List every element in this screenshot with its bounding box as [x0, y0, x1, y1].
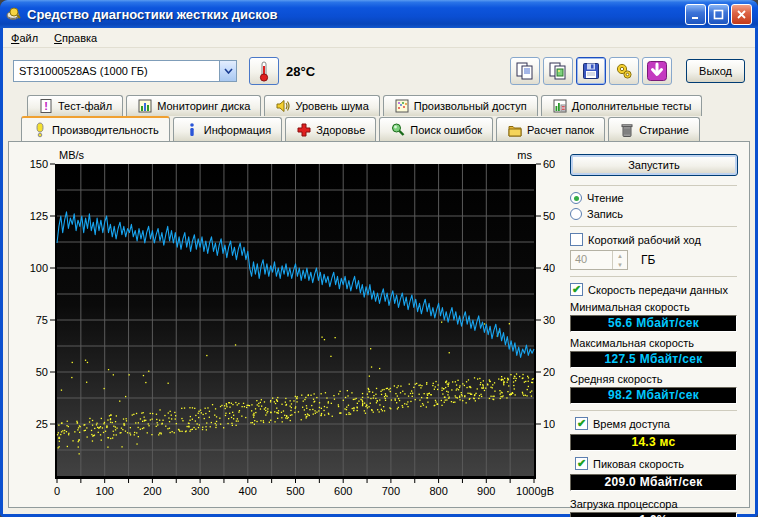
menu-help[interactable]: Справка: [54, 32, 97, 44]
transfer-speed-option[interactable]: ✔ Скорость передачи данных: [570, 283, 737, 296]
write-radio[interactable]: [570, 208, 582, 220]
read-radio[interactable]: [570, 192, 582, 204]
tab-label: Тест-файл: [58, 100, 112, 112]
tab-health[interactable]: Здоровье: [285, 117, 376, 141]
save-report-button[interactable]: [576, 57, 606, 85]
tab-label: Стирание: [639, 124, 689, 136]
controls-panel: Запустить Чтение Запись ✔ Короткий рабоч…: [561, 146, 744, 503]
svg-text:0: 0: [54, 485, 60, 497]
access-time-value: 14.3 мс: [570, 434, 737, 451]
spinner-down-icon[interactable]: ▼: [613, 260, 627, 269]
run-button[interactable]: Запустить: [570, 154, 738, 176]
tab-test-file[interactable]: ! Тест-файл: [27, 95, 123, 116]
svg-text:150: 150: [30, 158, 48, 170]
tabs-zone: ! Тест-файл Мониторинг диска: [3, 94, 755, 141]
window-title: Средство диагностики жестких дисков: [27, 7, 683, 22]
transfer-speed-label: Скорость передачи данных: [588, 284, 728, 296]
tab-random-access[interactable]: Произвольный доступ: [383, 95, 538, 116]
svg-text:800: 800: [429, 485, 447, 497]
tab-row-front: Производительность Информация Здоровье: [3, 116, 755, 141]
copy-report-icon: [515, 61, 535, 81]
spinner-up-icon[interactable]: ▲: [613, 251, 627, 260]
health-icon: [296, 122, 312, 138]
read-radio-label: Чтение: [587, 192, 624, 204]
tab-error-scan[interactable]: Поиск ошибок: [379, 117, 493, 141]
drive-select-dropdown-button[interactable]: [219, 61, 236, 81]
close-button[interactable]: [731, 4, 752, 25]
menu-file[interactable]: Файл: [11, 32, 38, 44]
min-speed-label: Минимальная скорость: [570, 301, 737, 313]
svg-text:25: 25: [36, 418, 48, 430]
size-unit-label: ГБ: [641, 253, 655, 267]
app-icon: [6, 6, 22, 22]
svg-text:1000gB: 1000gB: [516, 485, 554, 497]
tab-label: Здоровье: [316, 124, 365, 136]
close-icon: [736, 9, 747, 20]
download-button[interactable]: [642, 57, 672, 85]
tab-information[interactable]: Информация: [173, 117, 282, 141]
access-time-checkbox[interactable]: ✔: [575, 417, 588, 430]
tab-label: Производительность: [52, 124, 159, 136]
svg-text:20: 20: [543, 366, 555, 378]
tab-performance[interactable]: Производительность: [21, 116, 170, 141]
transfer-speed-checkbox[interactable]: ✔: [570, 283, 583, 296]
svg-text:700: 700: [382, 485, 400, 497]
random-access-icon: [394, 98, 410, 114]
download-icon: [646, 60, 668, 82]
burst-speed-value: 209.0 Мбайт/сек: [570, 474, 737, 491]
svg-text:50: 50: [36, 366, 48, 378]
performance-icon: [32, 122, 48, 138]
access-time-label: Время доступа: [593, 418, 670, 430]
tab-label: Дополнительные тесты: [572, 100, 692, 112]
copy-report-button[interactable]: [510, 57, 540, 85]
burst-speed-option[interactable]: ✔ Пиковая скорость: [575, 457, 737, 470]
tab-noise-level[interactable]: Уровень шума: [264, 95, 379, 116]
drive-select[interactable]: ST31000528AS (1000 ГБ): [13, 60, 237, 82]
svg-text:ms: ms: [517, 149, 532, 161]
short-stroke-size-row: 40 ▲ ▼ ГБ: [570, 250, 737, 270]
folder-calc-icon: [507, 122, 523, 138]
short-stroke-option[interactable]: ✔ Короткий рабочий ход: [570, 233, 737, 246]
svg-text:100: 100: [30, 262, 48, 274]
access-time-option[interactable]: ✔ Время доступа: [575, 417, 737, 430]
mode-read-option[interactable]: Чтение: [570, 192, 737, 204]
separator: [570, 276, 737, 277]
cpu-load-value: 1.6%: [570, 512, 737, 517]
size-spinner-value: 40: [571, 251, 612, 269]
size-spinner[interactable]: 40 ▲ ▼: [570, 250, 628, 270]
tab-disk-monitor[interactable]: Мониторинг диска: [126, 95, 261, 116]
chart-block: 150125100755025605040302010MB/sms0100200…: [13, 146, 555, 502]
short-stroke-checkbox[interactable]: ✔: [570, 233, 583, 246]
cpu-load-label: Загрузка процессора: [570, 498, 737, 510]
minimize-button[interactable]: [685, 4, 706, 25]
size-spinner-buttons[interactable]: ▲ ▼: [612, 251, 627, 269]
separator: [570, 226, 737, 227]
noise-level-icon: [275, 98, 291, 114]
settings-button[interactable]: [609, 57, 639, 85]
tab-erase[interactable]: Стирание: [608, 117, 700, 141]
separator: [570, 185, 737, 186]
svg-text:50: 50: [543, 210, 555, 222]
burst-speed-checkbox[interactable]: ✔: [575, 457, 588, 470]
avg-speed-label: Средняя скорость: [570, 373, 737, 385]
tab-label: Информация: [204, 124, 271, 136]
exit-button[interactable]: Выход: [686, 59, 745, 83]
copy-image-button[interactable]: [543, 57, 573, 85]
tab-extra-tests[interactable]: Дополнительные тесты: [541, 95, 703, 116]
minimize-icon: [690, 9, 701, 20]
temperature-button[interactable]: [249, 57, 279, 85]
drive-select-value: ST31000528AS (1000 ГБ): [14, 65, 219, 77]
maximize-button[interactable]: [708, 4, 729, 25]
tab-label: Поиск ошибок: [410, 124, 482, 136]
svg-text:30: 30: [543, 314, 555, 326]
information-icon: [184, 122, 200, 138]
mode-write-option[interactable]: Запись: [570, 208, 737, 220]
toolbar: ST31000528AS (1000 ГБ) 28°C: [3, 48, 755, 94]
chevron-down-icon: [224, 68, 233, 74]
max-speed-value: 127.5 Мбайт/сек: [570, 351, 737, 368]
svg-text:!: !: [44, 100, 48, 112]
tab-folder-calc[interactable]: Расчет папок: [496, 117, 605, 141]
svg-text:500: 500: [286, 485, 304, 497]
disk-monitor-icon: [137, 98, 153, 114]
svg-text:900: 900: [477, 485, 495, 497]
